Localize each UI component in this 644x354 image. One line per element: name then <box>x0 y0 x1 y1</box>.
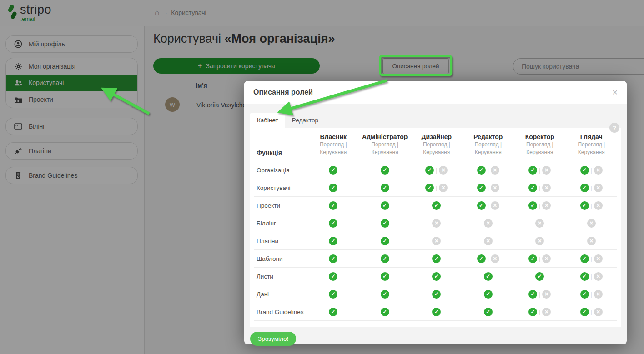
cell-separator: | <box>488 202 489 209</box>
feature-label: Дані <box>254 290 307 298</box>
check-icon: ✓ <box>432 201 441 210</box>
cell-separator: | <box>488 184 489 191</box>
permission-cell: ✓|× <box>514 308 566 316</box>
cell-separator: | <box>539 255 540 262</box>
ok-button[interactable]: Зрозуміло! <box>250 332 296 346</box>
cross-icon: × <box>594 201 603 210</box>
cross-icon: × <box>542 201 551 210</box>
check-icon: ✓ <box>484 272 493 281</box>
cross-icon: × <box>484 219 493 228</box>
permission-cell: ✓|× <box>566 308 618 316</box>
permission-cell: ✓|× <box>514 166 566 175</box>
permission-cell: ✓ <box>359 184 411 192</box>
permission-cell: × <box>514 237 566 245</box>
permission-cell: ✓|× <box>411 166 463 175</box>
cross-icon: × <box>491 254 499 263</box>
check-icon: ✓ <box>329 254 337 263</box>
cross-icon: × <box>542 184 551 192</box>
permissions-row: Біллінг✓✓×××× <box>254 214 617 232</box>
cross-icon: × <box>432 237 441 245</box>
cross-icon: × <box>587 219 596 228</box>
permission-cell: ✓ <box>411 272 463 281</box>
check-icon: ✓ <box>329 219 337 228</box>
permission-cell: ✓ <box>411 201 463 210</box>
check-icon: ✓ <box>381 308 389 316</box>
permission-cell: ✓|× <box>514 201 566 210</box>
check-icon: ✓ <box>381 254 389 263</box>
permission-cell: ✓|× <box>463 184 514 192</box>
cross-icon: × <box>587 237 596 245</box>
cross-icon: × <box>439 184 448 192</box>
check-icon: ✓ <box>329 237 337 245</box>
check-icon: ✓ <box>528 254 537 263</box>
permission-cell: ✓ <box>307 308 359 316</box>
cross-icon: × <box>491 184 499 192</box>
cross-icon: × <box>542 290 551 299</box>
tab-editor[interactable]: Редактор <box>285 113 325 128</box>
check-icon: ✓ <box>381 219 389 228</box>
cell-separator: | <box>436 184 437 191</box>
permission-cell: ✓ <box>411 308 463 316</box>
permission-cell: ✓ <box>307 272 359 281</box>
permission-cell: ✓|× <box>514 290 566 299</box>
cross-icon: × <box>439 166 448 175</box>
check-icon: ✓ <box>528 184 537 192</box>
check-icon: ✓ <box>528 290 537 299</box>
cell-separator: | <box>591 184 592 191</box>
check-icon: ✓ <box>381 184 389 192</box>
permission-cell: ✓ <box>411 290 463 299</box>
cell-separator: | <box>591 273 592 280</box>
role-column-header: ВласникПерегляд |Керування <box>307 133 359 156</box>
check-icon: ✓ <box>477 254 486 263</box>
permission-cell: ✓|× <box>514 184 566 192</box>
feature-label: Проекти <box>254 202 307 209</box>
check-icon: ✓ <box>381 166 389 175</box>
cell-separator: | <box>591 309 592 315</box>
check-icon: ✓ <box>329 201 337 210</box>
permission-cell: ✓ <box>307 219 359 228</box>
permission-cell: ✓|× <box>463 201 514 210</box>
check-icon: ✓ <box>425 166 434 175</box>
check-icon: ✓ <box>425 184 434 192</box>
permission-cell: × <box>514 219 566 228</box>
role-column-header: РедакторПерегляд |Керування <box>463 133 514 156</box>
permission-cell: ✓ <box>463 308 514 316</box>
permissions-row: Проекти✓✓✓✓|×✓|×✓|× <box>254 197 617 214</box>
permission-cell: ✓|× <box>566 290 618 299</box>
permissions-row: Листи✓✓✓✓✓✓|× <box>254 268 617 285</box>
cell-separator: | <box>591 167 592 174</box>
permission-cell: ✓ <box>514 272 566 281</box>
feature-label: Brand Guidelines <box>254 308 307 316</box>
permission-cell: ✓ <box>307 254 359 263</box>
close-icon[interactable]: × <box>612 88 618 96</box>
check-icon: ✓ <box>432 272 441 281</box>
permission-cell: ✓ <box>359 308 411 316</box>
cell-separator: | <box>539 184 540 191</box>
tab-cabinet[interactable]: Кабінет <box>250 113 285 128</box>
check-icon: ✓ <box>381 237 389 245</box>
permission-cell: ✓ <box>359 290 411 299</box>
check-icon: ✓ <box>535 272 544 281</box>
feature-label: Організація <box>254 166 307 174</box>
check-icon: ✓ <box>484 290 493 299</box>
feature-label: Листи <box>254 273 307 280</box>
help-icon[interactable]: ? <box>609 123 619 133</box>
permission-cell: ✓ <box>307 166 359 175</box>
permission-cell: ✓|× <box>411 184 463 192</box>
permission-cell: × <box>566 237 618 245</box>
check-icon: ✓ <box>432 290 441 299</box>
permissions-row: Організація✓✓✓|×✓|×✓|×✓|× <box>254 161 617 179</box>
permission-cell: ✓ <box>359 254 411 263</box>
cross-icon: × <box>535 237 544 245</box>
cell-separator: | <box>488 255 489 262</box>
permissions-row: Плагіни✓✓×××× <box>254 232 617 250</box>
cross-icon: × <box>535 219 544 228</box>
permission-cell: ✓ <box>359 166 411 175</box>
check-icon: ✓ <box>381 272 389 281</box>
permission-cell: × <box>411 237 463 245</box>
check-icon: ✓ <box>580 308 589 316</box>
cell-separator: | <box>539 202 540 209</box>
permissions-table: Функція ВласникПерегляд |КеруванняАдміні… <box>250 128 621 327</box>
permission-cell: ✓|× <box>566 201 618 210</box>
app-window: stripo .email ⌂ → Користувачі Мій профіл… <box>0 0 644 354</box>
